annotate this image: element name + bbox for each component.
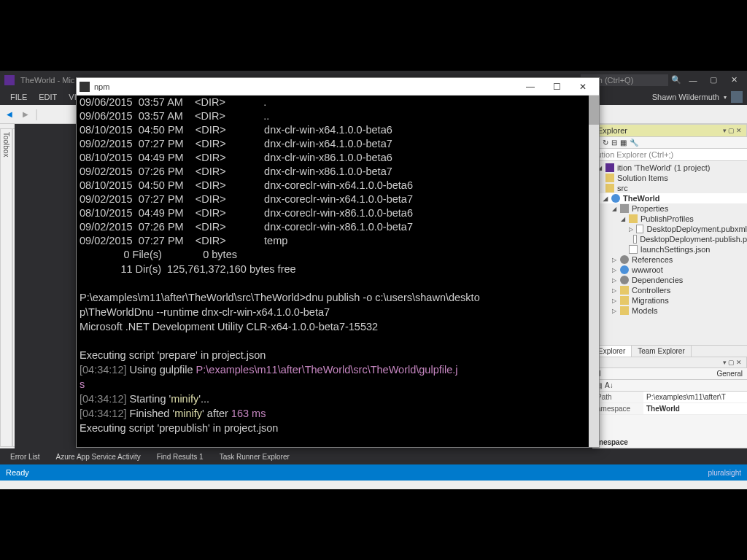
user-name[interactable]: Shawn Wildermuth bbox=[652, 93, 719, 101]
tree-item[interactable]: ▷References bbox=[592, 254, 747, 265]
close-button[interactable]: ✕ bbox=[725, 75, 743, 85]
tab-team-explorer[interactable]: Team Explorer bbox=[632, 346, 691, 357]
props-description: mespace bbox=[592, 437, 747, 448]
console-maximize-button[interactable]: ☐ bbox=[543, 82, 570, 92]
tab-task-runner[interactable]: Task Runner Explorer bbox=[212, 451, 297, 462]
back-button[interactable]: ◀ bbox=[3, 108, 16, 121]
vs-logo-icon bbox=[4, 75, 15, 85]
show-all-icon[interactable]: ▦ bbox=[620, 139, 627, 147]
user-avatar-icon[interactable] bbox=[731, 91, 743, 103]
left-tool-tabs: Toolbox Server Explorer SQL Server Objec… bbox=[0, 124, 15, 448]
console-title: npm bbox=[94, 82, 109, 91]
vs-title: TheWorld - Mic bbox=[20, 76, 74, 85]
tree-item[interactable]: ▷wwwroot bbox=[592, 265, 747, 275]
bottom-tool-tabs: Error List Azure App Service Activity Fi… bbox=[0, 448, 747, 464]
tree-item[interactable]: ◢TheWorld bbox=[592, 193, 747, 203]
category-label: General bbox=[716, 370, 743, 378]
minimize-button[interactable]: — bbox=[684, 76, 702, 85]
tab-find-results[interactable]: Find Results 1 bbox=[150, 451, 211, 462]
collapse-icon[interactable]: ⊟ bbox=[611, 139, 617, 147]
solution-explorer-title: Explorer bbox=[597, 126, 723, 135]
forward-button[interactable]: ▶ bbox=[19, 108, 32, 121]
tree-item[interactable]: ▷DesktopDeployment.pubxml bbox=[592, 224, 747, 234]
console-close-button[interactable]: ✕ bbox=[570, 82, 596, 92]
console-scrollbar[interactable] bbox=[589, 96, 599, 447]
tree-item[interactable]: ▷Migrations bbox=[592, 295, 747, 306]
properties-header[interactable]: ▾▢✕ bbox=[592, 357, 747, 368]
menu-edit[interactable]: EDIT bbox=[33, 93, 63, 101]
solution-tree: ◢ ition 'TheWorld' (1 project) Solution … bbox=[592, 161, 747, 345]
tree-item[interactable]: launchSettings.json bbox=[592, 244, 747, 254]
tree-item[interactable]: ◢Properties bbox=[592, 203, 747, 214]
props-dropdown[interactable]: d bbox=[597, 370, 716, 378]
solution-toolbar: ⌂ ↻ ⊟ ▦ 🔧 bbox=[592, 137, 747, 149]
menu-file[interactable]: FILE bbox=[4, 93, 33, 101]
console-window[interactable]: npm — ☐ ✕ 09/06/2015 03:57 AM <DIR> . 09… bbox=[76, 77, 600, 448]
console-output[interactable]: 09/06/2015 03:57 AM <DIR> . 09/06/2015 0… bbox=[77, 96, 599, 447]
tree-item[interactable]: Solution Items bbox=[592, 173, 747, 183]
console-icon bbox=[80, 82, 90, 92]
solution-search-input[interactable]: lution Explorer (Ctrl+;) bbox=[592, 149, 747, 161]
tree-item[interactable]: ▷Models bbox=[592, 306, 747, 316]
tree-item[interactable]: ▷Dependencies bbox=[592, 275, 747, 285]
refresh-icon[interactable]: ↻ bbox=[603, 139, 608, 147]
tab-azure[interactable]: Azure App Service Activity bbox=[49, 451, 148, 462]
tree-item[interactable]: src bbox=[592, 183, 747, 193]
status-text: Ready bbox=[6, 468, 29, 477]
properties-icon[interactable]: 🔧 bbox=[630, 139, 638, 147]
prop-row-namespace[interactable]: amespace TheWorld bbox=[592, 403, 747, 415]
tree-item[interactable]: ▷Controllers bbox=[592, 285, 747, 295]
toolbox-tab[interactable]: Toolbox bbox=[0, 128, 12, 447]
solution-root[interactable]: ◢ ition 'TheWorld' (1 project) bbox=[592, 163, 747, 173]
maximize-button[interactable]: ▢ bbox=[705, 75, 722, 85]
prop-row-path[interactable]: Path P:\examples\m11\after\T bbox=[592, 392, 747, 403]
search-icon[interactable]: 🔍 bbox=[671, 75, 681, 85]
console-minimize-button[interactable]: — bbox=[517, 82, 543, 92]
tree-item[interactable]: DesktopDeployment-publish.p bbox=[592, 234, 747, 244]
tab-error-list[interactable]: Error List bbox=[3, 451, 47, 462]
solution-explorer-header[interactable]: Explorer ▾▢✕ bbox=[592, 124, 747, 137]
brand-watermark: pluralsight bbox=[708, 469, 741, 477]
alpha-icon[interactable]: A↓ bbox=[605, 381, 614, 389]
console-title-bar[interactable]: npm — ☐ ✕ bbox=[77, 78, 599, 96]
tree-item[interactable]: ◢PublishProfiles bbox=[592, 214, 747, 224]
status-bar: Ready pluralsight bbox=[0, 464, 747, 481]
